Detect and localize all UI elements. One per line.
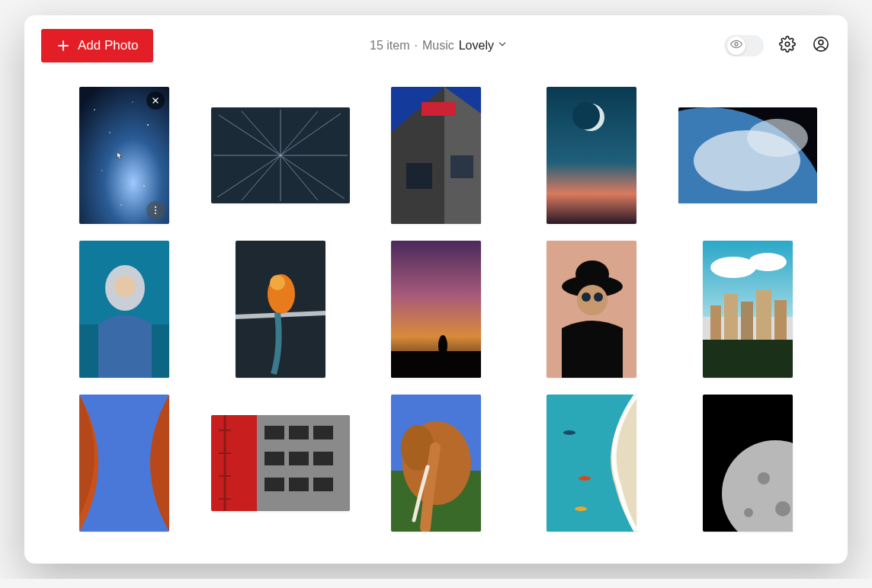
music-name-label: Lovely bbox=[459, 39, 494, 52]
photo-thumb[interactable] bbox=[547, 241, 636, 378]
svg-point-99 bbox=[775, 501, 790, 516]
svg-point-10 bbox=[147, 124, 149, 126]
photo-thumb[interactable] bbox=[211, 415, 350, 511]
svg-rect-79 bbox=[313, 452, 333, 465]
svg-point-3 bbox=[785, 42, 790, 46]
svg-rect-78 bbox=[289, 452, 309, 465]
account-button[interactable] bbox=[811, 36, 831, 56]
svg-rect-35 bbox=[406, 163, 432, 189]
music-select[interactable]: Lovely bbox=[459, 39, 508, 53]
photo-thumb[interactable] bbox=[79, 241, 169, 378]
photo-gallery[interactable] bbox=[24, 76, 848, 564]
svg-rect-36 bbox=[450, 155, 473, 178]
plus-icon bbox=[56, 39, 70, 53]
toggle-knob bbox=[727, 37, 745, 55]
svg-rect-81 bbox=[289, 478, 309, 491]
svg-point-13 bbox=[120, 204, 121, 205]
photo-thumb[interactable] bbox=[79, 395, 169, 532]
svg-point-55 bbox=[438, 335, 447, 356]
svg-point-17 bbox=[155, 209, 156, 211]
photo-thumb[interactable] bbox=[236, 241, 325, 378]
svg-point-59 bbox=[577, 285, 608, 315]
photo-thumb[interactable] bbox=[391, 241, 481, 378]
svg-rect-72 bbox=[211, 415, 257, 511]
svg-rect-77 bbox=[264, 452, 284, 465]
svg-point-2 bbox=[735, 43, 738, 46]
user-icon bbox=[813, 36, 829, 56]
add-photo-button[interactable]: Add Photo bbox=[41, 29, 153, 62]
gear-icon bbox=[779, 36, 796, 56]
add-photo-label: Add Photo bbox=[78, 38, 138, 53]
svg-point-11 bbox=[102, 170, 103, 171]
svg-point-95 bbox=[575, 507, 587, 511]
svg-rect-67 bbox=[741, 302, 753, 344]
right-controls bbox=[724, 35, 831, 56]
svg-rect-68 bbox=[756, 290, 771, 344]
close-icon bbox=[151, 96, 160, 105]
photo-thumb[interactable] bbox=[391, 87, 481, 224]
svg-point-94 bbox=[579, 476, 591, 481]
eye-icon bbox=[730, 38, 742, 53]
svg-point-16 bbox=[155, 206, 156, 208]
svg-point-58 bbox=[575, 260, 609, 288]
svg-rect-54 bbox=[391, 351, 481, 378]
svg-point-100 bbox=[744, 508, 753, 517]
item-count: 15 item bbox=[370, 39, 409, 53]
svg-rect-74 bbox=[264, 426, 284, 439]
svg-point-7 bbox=[94, 109, 95, 110]
preview-toggle[interactable] bbox=[724, 35, 764, 56]
svg-point-60 bbox=[582, 292, 591, 302]
svg-point-18 bbox=[155, 213, 156, 214]
svg-point-52 bbox=[270, 275, 285, 290]
toolbar: Add Photo 15 item · Music Lovely bbox=[24, 15, 848, 76]
svg-rect-82 bbox=[313, 478, 333, 491]
more-icon bbox=[150, 205, 161, 216]
svg-rect-80 bbox=[264, 478, 284, 491]
chevron-down-icon bbox=[497, 39, 508, 52]
svg-point-93 bbox=[563, 430, 575, 435]
svg-point-61 bbox=[594, 292, 603, 302]
svg-point-9 bbox=[109, 132, 110, 133]
svg-rect-70 bbox=[703, 340, 793, 378]
photo-thumb[interactable] bbox=[678, 107, 817, 203]
app-window: Add Photo 15 item · Music Lovely bbox=[24, 15, 848, 564]
svg-rect-76 bbox=[313, 426, 333, 439]
svg-point-64 bbox=[749, 253, 787, 271]
photo-thumb[interactable] bbox=[547, 87, 636, 224]
photo-thumb[interactable] bbox=[547, 395, 636, 532]
settings-button[interactable] bbox=[777, 36, 797, 56]
photo-thumb[interactable] bbox=[703, 241, 793, 378]
svg-point-5 bbox=[819, 40, 823, 45]
photo-grid bbox=[55, 87, 817, 532]
music-prefix: Music bbox=[422, 39, 454, 53]
svg-point-44 bbox=[747, 119, 808, 157]
remove-photo-button[interactable] bbox=[146, 91, 165, 110]
photo-thumb[interactable] bbox=[391, 395, 481, 532]
svg-point-8 bbox=[133, 101, 133, 102]
svg-rect-69 bbox=[774, 300, 787, 344]
photo-thumb[interactable] bbox=[703, 395, 793, 532]
svg-rect-75 bbox=[289, 426, 309, 439]
svg-rect-66 bbox=[724, 294, 738, 344]
photo-options-button[interactable] bbox=[146, 201, 165, 219]
svg-rect-65 bbox=[710, 305, 721, 344]
svg-point-98 bbox=[758, 472, 770, 484]
svg-point-40 bbox=[572, 102, 600, 129]
separator-dot: · bbox=[414, 39, 417, 53]
photo-thumb[interactable] bbox=[79, 87, 169, 224]
svg-point-48 bbox=[114, 276, 136, 297]
photo-thumb[interactable] bbox=[211, 107, 350, 203]
svg-rect-37 bbox=[422, 102, 456, 116]
svg-point-12 bbox=[143, 185, 145, 187]
header-info: 15 item · Music Lovely bbox=[162, 39, 715, 53]
